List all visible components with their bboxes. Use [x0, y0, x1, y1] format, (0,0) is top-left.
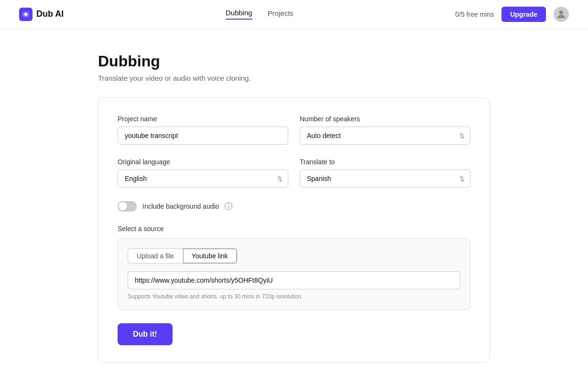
main-content: Dubbing Translate your video or audio wi…: [79, 29, 509, 382]
original-language-select-wrapper: English Spanish French German Italian Po…: [118, 170, 288, 188]
info-icon[interactable]: i: [225, 202, 232, 210]
avatar[interactable]: [554, 7, 569, 22]
source-hint: Supports Youtube video and shorts, up to…: [128, 293, 460, 300]
logo-text: Dub AI: [36, 9, 64, 19]
upgrade-button[interactable]: Upgrade: [501, 7, 546, 22]
nav-dubbing[interactable]: Dubbing: [226, 9, 252, 20]
speakers-select[interactable]: Auto detect 1 2 3 4 5: [300, 127, 470, 145]
header-right: 0/5 free mins Upgrade: [455, 7, 569, 22]
source-box: Upload a file Youtube link Supports Yout…: [118, 238, 470, 310]
original-language-select[interactable]: English Spanish French German Italian Po…: [118, 170, 288, 188]
speakers-select-wrapper: Auto detect 1 2 3 4 5 ⇅: [300, 127, 470, 145]
toggle-label: Include background audio: [142, 202, 219, 210]
toggle-row: Include background audio i: [118, 201, 470, 212]
original-language-group: Original language English Spanish French…: [118, 158, 288, 188]
youtube-link-tab[interactable]: Youtube link: [183, 248, 237, 264]
translate-to-select-wrapper: Spanish English French German Italian Po…: [300, 170, 470, 188]
page-subtitle: Translate your video or audio with voice…: [98, 74, 490, 82]
source-section: Select a source Upload a file Youtube li…: [118, 225, 470, 310]
logo: Dub AI: [19, 8, 64, 21]
form-row-2: Original language English Spanish French…: [118, 158, 470, 188]
background-audio-toggle[interactable]: [118, 201, 137, 212]
translate-to-group: Translate to Spanish English French Germ…: [300, 158, 470, 188]
project-name-group: Project name: [118, 115, 288, 145]
speakers-group: Number of speakers Auto detect 1 2 3 4 5…: [300, 115, 470, 145]
project-name-label: Project name: [118, 115, 288, 123]
avatar-icon: [555, 9, 567, 20]
upload-file-tab[interactable]: Upload a file: [128, 248, 183, 264]
main-nav: Dubbing Projects: [226, 9, 294, 20]
svg-point-1: [559, 11, 563, 14]
speakers-label: Number of speakers: [300, 115, 470, 123]
translate-to-select[interactable]: Spanish English French German Italian Po…: [300, 170, 470, 188]
page-title: Dubbing: [98, 53, 490, 70]
logo-icon: [19, 8, 33, 21]
source-tabs: Upload a file Youtube link: [128, 248, 460, 264]
header: Dub AI Dubbing Projects 0/5 free mins Up…: [0, 0, 588, 29]
project-name-input[interactable]: [118, 127, 288, 145]
nav-projects[interactable]: Projects: [268, 9, 294, 19]
form-card: Project name Number of speakers Auto det…: [98, 97, 490, 363]
original-language-label: Original language: [118, 158, 288, 166]
source-section-label: Select a source: [118, 225, 470, 233]
youtube-url-input[interactable]: [128, 271, 460, 289]
dub-it-button[interactable]: Dub it!: [118, 323, 173, 345]
translate-to-label: Translate to: [300, 158, 470, 166]
free-mins-label: 0/5 free mins: [455, 11, 494, 18]
form-row-1: Project name Number of speakers Auto det…: [118, 115, 470, 145]
